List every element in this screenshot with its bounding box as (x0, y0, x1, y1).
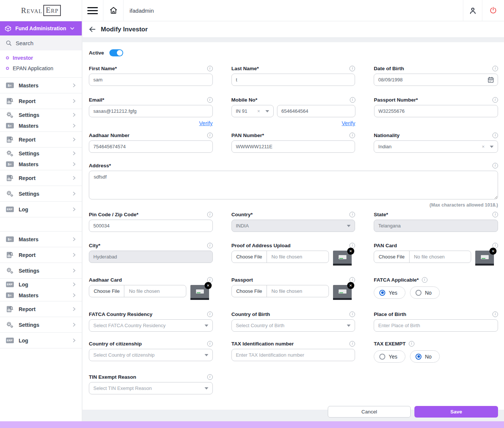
sidebar-item-log[interactable]: ERPLog (0, 202, 82, 217)
date-of-birth-input[interactable] (374, 74, 498, 86)
remove-file-icon[interactable]: ✕ (489, 248, 497, 255)
email-input[interactable] (89, 105, 213, 117)
active-toggle[interactable] (109, 49, 123, 56)
choose-file-button[interactable]: Choose File (232, 251, 267, 263)
sidebar-item-settings[interactable]: Settings (0, 317, 82, 332)
report-icon (6, 98, 14, 104)
sidebar-item-report[interactable]: Report (0, 247, 82, 263)
pincode-input[interactable] (89, 220, 213, 232)
field-place-of-birth: Place of Birthi (374, 311, 498, 332)
nationality-select[interactable]: Indian × (374, 140, 498, 153)
radio-icon (379, 290, 385, 296)
tax-exempt-yes-radio[interactable]: Yes (374, 350, 405, 363)
clear-icon[interactable]: × (257, 108, 260, 114)
passport-thumbnail[interactable]: ✕ (333, 285, 352, 300)
tin-exempt-select[interactable]: Select TIN Exempt Reason (89, 382, 213, 394)
chevron-right-icon (71, 112, 77, 118)
info-icon: i (207, 133, 213, 138)
sidebar-item-settings[interactable]: Settings (0, 186, 82, 201)
last-name-input[interactable] (231, 74, 355, 86)
aadhaar-number-input[interactable] (89, 140, 213, 153)
report-icon (6, 252, 14, 258)
sidebar-item-investor[interactable]: Investor (0, 53, 82, 63)
tax-exempt-no-radio[interactable]: No (410, 350, 440, 363)
cancel-button[interactable]: Cancel (328, 406, 411, 418)
fatca-yes-radio[interactable]: Yes (374, 286, 405, 299)
proof-of-address-thumbnail[interactable]: ✕ (333, 251, 352, 266)
pan-card-thumbnail[interactable]: ✕ (475, 251, 494, 266)
sidebar-item-epan-application[interactable]: EPAN Application (0, 63, 82, 74)
sidebar-menu-row: Report (0, 301, 82, 317)
verify-mobile-link[interactable]: Verify (231, 120, 355, 127)
chevron-down-icon (490, 146, 494, 148)
sidebar-item-masters[interactable]: $≡Masters (0, 290, 82, 301)
chevron-down-icon (265, 110, 269, 112)
sidebar-item-settings[interactable]: Settings (0, 263, 82, 278)
field-label: FATCA Applicable* (374, 277, 419, 283)
citizenship-select[interactable]: Select Country of citizenship (89, 349, 213, 361)
sidebar-item-log[interactable]: ERPLog (0, 333, 82, 348)
choose-file-button[interactable]: Choose File (374, 251, 409, 263)
user-profile-icon[interactable] (463, 0, 482, 21)
field-email: Email*i Verify (89, 97, 213, 127)
field-last-name: Last Name*i (231, 65, 355, 86)
sidebar: Fund Administration Search Investor EPAN… (0, 21, 82, 421)
sidebar-item-masters[interactable]: $≡Masters (0, 120, 82, 131)
module-selector[interactable]: Fund Administration (0, 21, 82, 35)
logout-power-icon[interactable] (482, 0, 504, 21)
aadhaar-card-file-input[interactable]: Choose File No file chosen (89, 285, 186, 297)
tax-id-input[interactable] (231, 349, 355, 361)
remove-file-icon[interactable]: ✕ (347, 282, 354, 289)
choose-file-button[interactable]: Choose File (89, 285, 124, 297)
chevron-right-icon (71, 268, 77, 273)
aadhaar-card-thumbnail[interactable]: ✕ (190, 285, 209, 300)
sidebar-item-masters[interactable]: $≡Masters (0, 232, 82, 247)
info-icon: i (207, 97, 213, 103)
sidebar-search-input[interactable]: Search (0, 35, 82, 50)
sidebar-menu-row: Report (0, 93, 82, 109)
country-code-select[interactable]: IN 91 × (231, 105, 274, 117)
sidebar-item-label: Masters (19, 292, 38, 298)
sidebar-item-report[interactable]: Report (0, 301, 82, 317)
fatca-country-select[interactable]: Select FATCA Country Residency (89, 319, 213, 332)
verify-email-link[interactable]: Verify (89, 120, 213, 127)
sidebar-menu-row: Settings (0, 263, 82, 278)
hamburger-menu-icon[interactable] (82, 0, 103, 21)
choose-file-button[interactable]: Choose File (232, 285, 267, 297)
sidebar-item-log[interactable]: ERPLog (0, 279, 82, 290)
sidebar-item-settings[interactable]: Settings (0, 148, 82, 159)
calendar-icon[interactable] (487, 76, 494, 85)
sidebar-item-masters[interactable]: $≡Masters (0, 78, 82, 93)
proof-of-address-file-input[interactable]: Choose File No file chosen (231, 251, 329, 263)
pan-number-input[interactable] (231, 140, 355, 153)
settings-icon (6, 150, 14, 156)
sidebar-item-masters[interactable]: $≡Masters (0, 159, 82, 170)
report-icon (6, 175, 14, 181)
sidebar-item-label: Report (19, 306, 35, 312)
remove-file-icon[interactable]: ✕ (347, 248, 354, 255)
active-label: Active (89, 50, 104, 56)
sidebar-item-settings[interactable]: Settings (0, 109, 82, 120)
first-name-input[interactable] (89, 74, 213, 86)
place-of-birth-input[interactable] (374, 319, 498, 332)
remove-file-icon[interactable]: ✕ (205, 282, 212, 289)
sidebar-item-report[interactable]: Report (0, 93, 82, 109)
field-label: First Name* (89, 66, 117, 71)
select-placeholder: Select FATCA Country Residency (93, 323, 205, 328)
sidebar-menu-row: Report (0, 170, 82, 186)
pan-card-file-input[interactable]: Choose File No file chosen (374, 251, 471, 263)
home-icon[interactable] (103, 0, 124, 21)
passport-number-input[interactable] (374, 105, 498, 117)
field-label: Aadhaar Number (89, 133, 130, 138)
field-label: PAN Number* (231, 133, 264, 138)
mobile-number-input[interactable] (277, 105, 355, 117)
save-button[interactable]: Save (414, 406, 498, 418)
clear-icon[interactable]: × (482, 144, 485, 149)
back-arrow-icon[interactable] (88, 25, 96, 33)
fatca-no-radio[interactable]: No (410, 286, 440, 299)
address-textarea[interactable]: sdfsdf (89, 171, 498, 199)
sidebar-item-report[interactable]: Report (0, 132, 82, 147)
passport-file-input[interactable]: Choose File No file chosen (231, 285, 329, 297)
country-of-birth-select[interactable]: Select Country of Birth (231, 319, 355, 332)
sidebar-item-report[interactable]: Report (0, 170, 82, 186)
